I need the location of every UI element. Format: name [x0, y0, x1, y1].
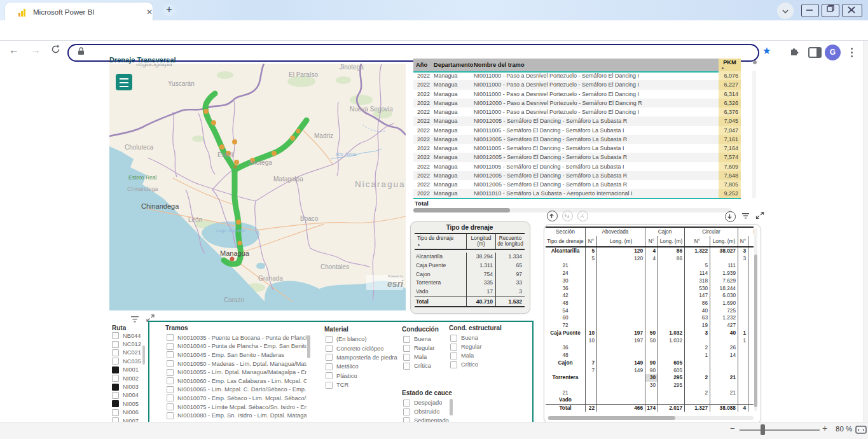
checkbox[interactable]	[167, 403, 174, 410]
zoom-slider-track[interactable]	[740, 429, 820, 431]
checkbox-item[interactable]: Plástico	[326, 372, 401, 380]
table-row[interactable]: Vado173	[415, 288, 525, 296]
map-visual[interactable]: TegucigalpaYuscaránEl ParaísoJinotegaNue…	[109, 64, 406, 310]
checkbox-item[interactable]: Obstruido	[403, 407, 449, 416]
checkbox[interactable]	[112, 375, 119, 382]
checkbox[interactable]	[112, 366, 119, 373]
matrix-vscrollbar-thumb[interactable]	[754, 254, 757, 407]
checkbox-item[interactable]: NI007	[112, 417, 144, 422]
column-header-departamento[interactable]: Departamento	[432, 59, 473, 71]
checkbox[interactable]	[167, 394, 174, 401]
checkbox[interactable]	[326, 354, 333, 361]
window-close-button[interactable]	[842, 4, 862, 17]
extensions-puzzle-icon[interactable]	[789, 46, 799, 59]
matrix-group-abovedada[interactable]: Abovedada	[585, 228, 645, 236]
checkbox-item[interactable]: TCR	[326, 380, 401, 389]
checkbox-item[interactable]: NI003	[112, 382, 144, 391]
checkbox-item[interactable]: NI0010075 - Límite Mcpal. Sébaco/Sn. Isi…	[167, 403, 307, 412]
checkbox-item[interactable]: Mala	[450, 351, 495, 360]
checkbox-item[interactable]: NI0010035 - Puente La Bocana - Punta de …	[167, 333, 307, 342]
checkbox[interactable]	[326, 372, 333, 379]
table-row[interactable]: Cajon75497	[415, 270, 525, 279]
matrix-row[interactable]: 714990605	[546, 367, 754, 375]
checkbox[interactable]	[112, 349, 119, 356]
checkbox[interactable]	[167, 360, 174, 367]
browser-menu-kebab-icon[interactable]	[851, 46, 853, 59]
checkbox-item[interactable]: Metálico	[326, 362, 401, 371]
checkbox-item[interactable]: NI0010080 - Emp. Sn. Isidro - Lim. Dptal…	[167, 411, 307, 420]
map-menu-hamburger-icon[interactable]	[116, 74, 132, 90]
tramos-scrollbar-thumb[interactable]	[307, 335, 310, 358]
checkbox-item[interactable]: NI0010065 - Lim. Mcpal. C. Darío/Sébaco …	[167, 386, 307, 394]
matrix-row[interactable]: Total224661742.0171.32738.0884	[546, 404, 754, 412]
bookmark-star-icon[interactable]: ★	[762, 45, 771, 57]
filter-lines-icon[interactable]	[741, 211, 750, 222]
table-row[interactable]: Caja Puente1.31165	[415, 261, 525, 270]
checkbox-item[interactable]: NI0010055 - Lím. Dptal. Managua/Matagalp…	[167, 368, 307, 377]
checkbox-item[interactable]: NI005	[112, 400, 144, 408]
matrix-row[interactable]: 48861.690	[546, 300, 754, 307]
checkbox-item[interactable]: NI0010040 - Punta de Plancha - Emp. San …	[167, 342, 307, 351]
table-row[interactable]: 2022ManaguaNI0011000 - Paso a Desnivel P…	[413, 71, 741, 80]
profile-avatar[interactable]: G	[825, 45, 841, 60]
checkbox[interactable]	[167, 343, 174, 350]
tipo-col-recuento[interactable]: Recuento de longitud	[495, 234, 525, 249]
checkbox-item[interactable]: Despejado	[403, 398, 449, 407]
checkbox[interactable]	[112, 392, 119, 399]
checkbox-item[interactable]: NI002	[112, 374, 144, 382]
checkbox[interactable]	[326, 345, 333, 352]
checkbox[interactable]	[167, 351, 174, 358]
zoom-in-button[interactable]: +	[822, 423, 827, 433]
checkbox[interactable]	[112, 341, 119, 348]
checkbox-item[interactable]: NI004	[112, 391, 144, 400]
matrix-row[interactable]: 215111	[546, 262, 754, 270]
ruta-scrollbar-thumb[interactable]	[142, 345, 145, 365]
checkbox-item[interactable]: Mala	[403, 352, 448, 361]
checkbox[interactable]	[403, 417, 410, 422]
matrix-hscrollbar-thumb[interactable]	[548, 416, 675, 420]
reload-icon[interactable]	[51, 45, 60, 57]
checkbox[interactable]	[326, 336, 333, 343]
window-restore-button[interactable]	[822, 4, 839, 17]
checkbox[interactable]	[403, 336, 410, 343]
checkbox-item[interactable]: NI0010045 - Emp. San Benito - Maderas	[167, 351, 307, 359]
column-header-pkm[interactable]: PKM ▲	[719, 59, 741, 71]
focus-mode-icon[interactable]	[755, 211, 764, 222]
checkbox[interactable]	[112, 400, 119, 407]
checkbox[interactable]	[112, 358, 119, 365]
checkbox[interactable]	[167, 334, 174, 341]
matrix-row[interactable]: Caja Puente10197501.0323401	[546, 330, 754, 337]
tramo-scroll-dot[interactable]	[753, 60, 757, 64]
table-row[interactable]: 2022ManaguaNI0011000 - Paso a Desnivel P…	[413, 108, 741, 116]
checkbox-item[interactable]: NC035	[112, 357, 144, 365]
checkbox[interactable]	[112, 384, 119, 391]
tipo-col-longitud[interactable]: Longitud (m)	[466, 234, 495, 249]
matrix-row[interactable]: Torrentera30295221	[546, 374, 754, 382]
checkbox-item[interactable]: Concreto ciclópeo	[326, 344, 401, 352]
matrix-row[interactable]: 48114	[546, 352, 754, 359]
tab-search-chevron-icon[interactable]	[777, 3, 794, 19]
matrix-row[interactable]: 241141.939	[546, 270, 754, 277]
estado-scrollbar-thumb[interactable]	[450, 399, 453, 415]
table-row[interactable]: 2022ManaguaNI0012005 - Semáforo El Danci…	[413, 171, 741, 180]
matrix-row[interactable]: 10197501.0321	[546, 337, 754, 345]
checkbox-item[interactable]: Buena	[450, 333, 495, 342]
matrix-row[interactable]: 21221	[546, 389, 754, 397]
table-row[interactable]: 2022ManaguaNI0011000 - Paso a Desnivel P…	[413, 90, 741, 99]
zoom-out-button[interactable]: −	[730, 424, 735, 433]
matrix-group-cajon[interactable]: Cajon	[645, 228, 684, 236]
table-row[interactable]: 2022ManaguaNI0011005 - Semáforo El Danci…	[413, 144, 741, 153]
tramo-vscrollbar-track[interactable]	[752, 71, 756, 198]
page-scrollbar-track[interactable]	[863, 41, 868, 422]
matrix-table[interactable]: Sección Abovedada Cajon Circular Mi Tipo…	[546, 226, 754, 412]
tramo-table-header[interactable]: Año Departamento Nombre del tramo PKM ▲	[413, 59, 741, 73]
browser-tab[interactable]: Microsoft Power BI ✕	[5, 3, 153, 20]
matrix-row[interactable]: Cajon714990605	[546, 359, 754, 367]
checkbox-item[interactable]: Buena	[403, 335, 448, 344]
side-panel-icon[interactable]	[808, 47, 822, 58]
checkbox[interactable]	[403, 363, 410, 370]
filter-lines-icon[interactable]	[130, 314, 139, 326]
checkbox[interactable]	[450, 352, 457, 359]
checkbox-item[interactable]: NI006	[112, 408, 144, 417]
checkbox[interactable]	[326, 363, 333, 370]
